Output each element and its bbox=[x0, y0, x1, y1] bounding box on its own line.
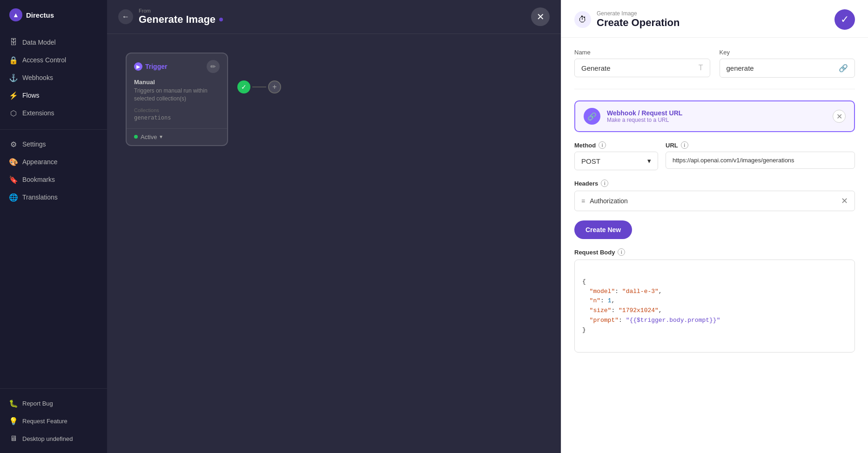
trigger-description: Triggers on manual run within selected c… bbox=[134, 87, 220, 103]
header-key-input[interactable] bbox=[590, 197, 836, 205]
sidebar-item-data-model[interactable]: 🗄 Data Model bbox=[0, 33, 107, 51]
sidebar-item-label: Extensions bbox=[22, 109, 54, 117]
flow-line bbox=[252, 87, 266, 87]
method-select-container: POST GET PUT PATCH DELETE ▾ bbox=[574, 152, 658, 170]
drag-handle-icon: ≡ bbox=[581, 197, 585, 205]
panel-content: Name T Key 🔗 🔗 Webhook / Request URL Mak bbox=[561, 38, 868, 392]
trigger-icon: ▶ bbox=[134, 62, 142, 71]
headers-section-label: Headers i bbox=[574, 180, 855, 187]
sidebar-item-label: Desktop undefined bbox=[22, 435, 73, 442]
method-select[interactable]: POST GET PUT PATCH DELETE bbox=[581, 157, 647, 165]
directus-logo-icon: ▲ bbox=[9, 8, 22, 21]
flow-connector: ✓ + bbox=[237, 80, 281, 93]
operation-card[interactable]: 🔗 Webhook / Request URL Make a request t… bbox=[574, 100, 855, 132]
trigger-card[interactable]: ▶ Trigger ✏ Manual Triggers on manual ru… bbox=[126, 53, 228, 146]
sidebar-item-label: Translations bbox=[22, 193, 58, 201]
method-label: Method i bbox=[574, 141, 658, 149]
trigger-collection-value: generations bbox=[134, 114, 220, 121]
request-body-info-icon[interactable]: i bbox=[618, 248, 625, 256]
header-row-0: ≡ ✕ bbox=[574, 191, 855, 211]
key-field-group: Key 🔗 bbox=[720, 49, 855, 78]
panel-title: Create Operation bbox=[597, 17, 680, 29]
sidebar-bottom: 🐛 Report Bug 💡 Request Feature 🖥 Desktop… bbox=[0, 388, 107, 453]
flow-status-dot bbox=[219, 18, 223, 21]
sidebar-item-label: Flows bbox=[22, 92, 40, 99]
url-info-icon[interactable]: i bbox=[681, 141, 688, 149]
key-input-container: 🔗 bbox=[720, 59, 855, 78]
bookmark-icon: 🔖 bbox=[9, 175, 18, 184]
sidebar-item-extensions[interactable]: ⬡ Extensions bbox=[0, 104, 107, 122]
chevron-down-icon: ▾ bbox=[160, 133, 162, 140]
flow-icon: ⚡ bbox=[9, 91, 18, 100]
sidebar-item-translations[interactable]: 🌐 Translations bbox=[0, 188, 107, 206]
flow-header: ← From Generate Image ✕ bbox=[107, 0, 561, 34]
operation-icon: 🔗 bbox=[584, 108, 600, 125]
operation-remove-button[interactable]: ✕ bbox=[833, 110, 846, 123]
desktop-icon: 🖥 bbox=[9, 434, 18, 443]
sidebar-item-desktop[interactable]: 🖥 Desktop undefined bbox=[0, 430, 107, 447]
headers-section: Headers i ≡ ✕ bbox=[574, 180, 855, 211]
sidebar-item-appearance[interactable]: 🎨 Appearance bbox=[0, 153, 107, 171]
name-input[interactable] bbox=[581, 64, 699, 72]
settings-icon: ⚙ bbox=[9, 140, 18, 148]
panel-title-group: ⏱ Generate Image Create Operation bbox=[574, 10, 680, 29]
sidebar-item-report-bug[interactable]: 🐛 Report Bug bbox=[0, 394, 107, 412]
name-field-group: Name T bbox=[574, 49, 710, 78]
flow-title-text: Generate Image bbox=[139, 13, 215, 26]
trigger-edit-button[interactable]: ✏ bbox=[207, 60, 220, 73]
appearance-icon: 🎨 bbox=[9, 158, 18, 166]
request-body-editor[interactable]: { "model": "dall-e-3", "n": 1, "size": "… bbox=[574, 260, 855, 353]
flow-canvas-area: ← From Generate Image ✕ ▶ Trigger ✏ Manu… bbox=[107, 0, 561, 453]
sidebar-item-request-feature[interactable]: 💡 Request Feature bbox=[0, 412, 107, 430]
method-field-group: Method i POST GET PUT PATCH DELETE ▾ bbox=[574, 141, 658, 170]
right-panel: ⏱ Generate Image Create Operation ✓ Name… bbox=[561, 0, 868, 453]
panel-subtitle: Generate Image bbox=[597, 10, 680, 17]
sidebar-item-label: Request Feature bbox=[22, 418, 67, 425]
trigger-status-label: Active bbox=[141, 133, 157, 140]
panel-header: ⏱ Generate Image Create Operation ✓ bbox=[561, 0, 868, 38]
create-new-wrapper: Create New bbox=[574, 220, 855, 239]
flow-title-group: From Generate Image bbox=[139, 8, 223, 26]
trigger-type: Manual bbox=[134, 79, 220, 86]
url-input[interactable] bbox=[673, 157, 848, 164]
name-label: Name bbox=[574, 49, 710, 56]
sidebar-item-flows[interactable]: ⚡ Flows bbox=[0, 87, 107, 104]
sidebar-item-label: Appearance bbox=[22, 158, 58, 166]
sidebar-item-label: Access Control bbox=[22, 56, 66, 64]
sidebar-logo: ▲ Directus bbox=[0, 0, 107, 30]
sidebar-item-access-control[interactable]: 🔒 Access Control bbox=[0, 51, 107, 69]
request-body-section: Request Body i { "model": "dall-e-3", "n… bbox=[574, 248, 855, 353]
hook-icon: ⚓ bbox=[9, 73, 18, 82]
flow-title: Generate Image bbox=[139, 13, 223, 26]
sidebar-item-settings[interactable]: ⚙ Settings bbox=[0, 135, 107, 153]
header-remove-button[interactable]: ✕ bbox=[841, 196, 848, 206]
create-new-button[interactable]: Create New bbox=[574, 220, 632, 239]
headers-info-icon[interactable]: i bbox=[601, 180, 608, 187]
db-icon: 🗄 bbox=[9, 38, 18, 47]
sidebar-item-label: Bookmarks bbox=[22, 176, 55, 183]
sidebar-logo-text: Directus bbox=[26, 11, 54, 19]
panel-operation-icon: ⏱ bbox=[574, 11, 591, 28]
key-input[interactable] bbox=[727, 64, 839, 72]
request-body-label: Request Body i bbox=[574, 248, 855, 256]
sidebar-item-label: Webhooks bbox=[22, 74, 53, 81]
key-link-icon: 🔗 bbox=[839, 64, 848, 73]
sidebar-item-label: Data Model bbox=[22, 39, 56, 46]
create-new-label: Create New bbox=[585, 226, 621, 233]
trigger-card-body: Manual Triggers on manual run within sel… bbox=[127, 77, 227, 128]
flow-check-icon: ✓ bbox=[237, 80, 250, 93]
flow-back-button[interactable]: ← bbox=[118, 9, 133, 24]
trigger-label-text: Trigger bbox=[145, 63, 167, 70]
trigger-collection-label: Collections bbox=[134, 107, 220, 113]
flow-close-button[interactable]: ✕ bbox=[531, 7, 550, 26]
sidebar-item-bookmarks[interactable]: 🔖 Bookmarks bbox=[0, 171, 107, 188]
flow-canvas: ▶ Trigger ✏ Manual Triggers on manual ru… bbox=[107, 34, 561, 453]
panel-confirm-button[interactable]: ✓ bbox=[834, 9, 855, 30]
lock-icon: 🔒 bbox=[9, 56, 18, 64]
method-info-icon[interactable]: i bbox=[599, 141, 606, 149]
flow-add-button[interactable]: + bbox=[268, 80, 281, 93]
name-key-row: Name T Key 🔗 bbox=[574, 49, 855, 78]
ext-icon: ⬡ bbox=[9, 109, 18, 117]
sidebar-item-webhooks[interactable]: ⚓ Webhooks bbox=[0, 69, 107, 87]
headers-list: ≡ ✕ bbox=[574, 191, 855, 211]
